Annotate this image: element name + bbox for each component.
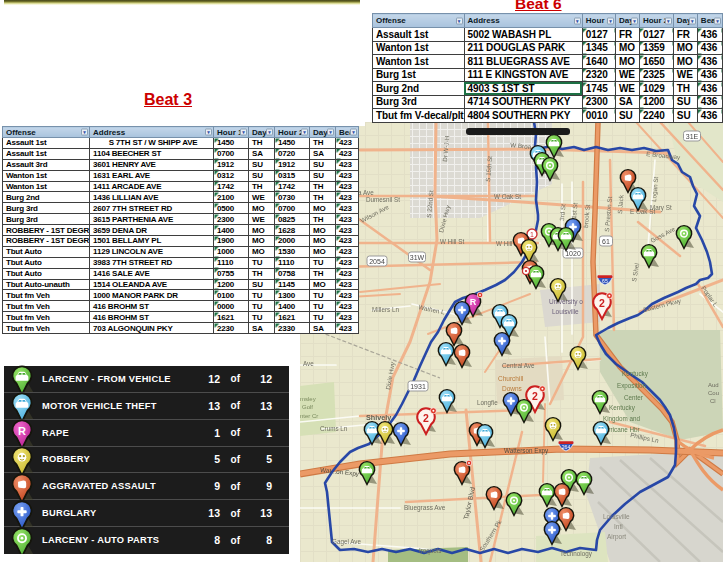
svg-text:W Hill: W Hill [496,240,512,247]
svg-text:Louisville: Louisville [552,308,579,315]
svg-text:Iroquois: Iroquois [419,547,441,555]
svg-text:61: 61 [602,238,610,245]
svg-text:W Hill St: W Hill St [440,238,464,245]
svg-text:Center: Center [624,394,643,401]
svg-text:3rd St: 3rd St [558,203,566,221]
svg-text:a Ave: a Ave [358,189,374,196]
svg-text:Longfie: Longfie [477,399,498,407]
svg-text:W Oak St: W Oak St [494,193,521,200]
svg-text:Kentucky: Kentucky [622,370,649,378]
svg-text:65: 65 [602,278,608,284]
svg-text:Exposition: Exposition [617,382,647,390]
svg-text:Technology: Technology [560,550,593,558]
svg-text:Intl: Intl [614,523,623,530]
svg-text:Dumesnil St: Dumesnil St [366,196,400,203]
svg-text:Churchill: Churchill [498,375,524,382]
svg-text:Aud: Aud [708,382,719,388]
svg-text:nter Cr: nter Cr [300,413,318,419]
svg-text:31E: 31E [686,133,699,140]
svg-text:264: 264 [562,444,571,450]
svg-text:Shively: Shively [366,413,391,422]
svg-text:1020: 1020 [565,250,581,257]
svg-text:31W: 31W [410,254,425,261]
svg-text:Cou: Cou [708,390,719,396]
svg-text:Downs: Downs [502,385,523,392]
svg-text:Ave: Ave [303,360,314,367]
svg-text:Golf: Golf [302,404,313,410]
svg-text:Millers Ln: Millers Ln [372,306,399,313]
svg-text:Bluegrass Ave: Bluegrass Ave [404,504,446,512]
svg-text:Kentucky: Kentucky [609,404,636,412]
svg-text:1st St: 1st St [570,202,578,219]
svg-text:Central Ave: Central Ave [502,362,535,369]
svg-text:Airport: Airport [607,533,626,541]
svg-text:2054: 2054 [369,258,385,265]
svg-text:Kingdom and: Kingdom and [603,415,641,423]
svg-text:Louisville: Louisville [603,513,630,520]
svg-text:1931: 1931 [410,383,426,390]
svg-text:Gagel Ave: Gagel Ave [332,538,361,546]
svg-text:Watterson Expy: Watterson Expy [504,447,549,455]
svg-text:Cl: Cl [710,398,716,404]
svg-text:1: 1 [530,231,534,238]
svg-text:msley: msley [300,396,316,402]
svg-text:Crums Ln: Crums Ln [320,425,348,432]
